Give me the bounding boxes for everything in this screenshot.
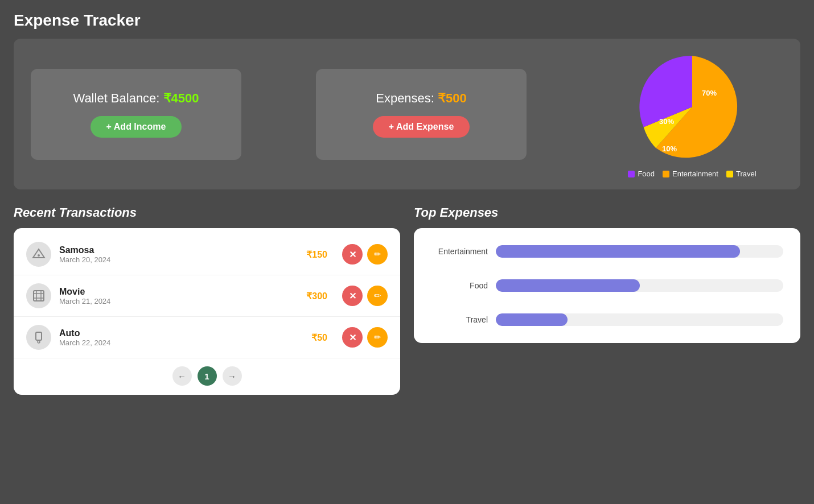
summary-panel: Wallet Balance: ₹4500 + Add Income Expen… [14, 39, 800, 189]
txn-date-samosa: March 20, 2024 [59, 255, 298, 264]
bar-label-travel: Travel [431, 315, 488, 324]
wallet-amount: ₹4500 [163, 91, 199, 105]
pie-label-food: 30% [659, 117, 674, 126]
txn-actions-samosa: ✕ ✏ [342, 244, 388, 265]
bottom-row: Recent Transactions Samosa March 20, 202… [14, 205, 800, 395]
legend-dot-entertainment [663, 171, 669, 177]
legend-item-travel: Travel [726, 170, 757, 178]
bar-fill-food [496, 279, 640, 292]
next-page-button[interactable]: → [223, 366, 242, 386]
transaction-item: Movie March 21, 2024 ₹300 ✕ ✏ [14, 275, 400, 317]
add-expense-button[interactable]: + Add Expense [373, 116, 470, 138]
prev-page-button[interactable]: ← [172, 366, 192, 386]
delete-auto-button[interactable]: ✕ [342, 327, 363, 348]
legend-dot-food [628, 171, 635, 177]
transaction-item: Auto March 22, 2024 ₹50 ✕ ✏ [14, 317, 400, 358]
wallet-label-text: Wallet Balance: [73, 91, 163, 105]
delete-samosa-button[interactable]: ✕ [342, 244, 363, 265]
bar-label-entertainment: Entertainment [431, 247, 488, 256]
txn-info-auto: Auto March 22, 2024 [59, 328, 303, 347]
legend-item-food: Food [628, 170, 655, 178]
current-page-button[interactable]: 1 [198, 366, 217, 386]
bar-track-entertainment [496, 245, 783, 258]
wallet-balance-card: Wallet Balance: ₹4500 + Add Income [31, 69, 241, 160]
expense-label-text: Expenses: [376, 91, 438, 105]
txn-amount-auto: ₹50 [311, 332, 327, 343]
txn-name-movie: Movie [59, 287, 298, 297]
txn-name-samosa: Samosa [59, 245, 298, 255]
legend-label-food: Food [638, 170, 655, 178]
pie-legend: Food Entertainment Travel [628, 170, 756, 178]
edit-samosa-button[interactable]: ✏ [367, 244, 388, 265]
txn-icon-auto [26, 325, 51, 350]
pie-chart: 70% 10% 30% [635, 50, 749, 164]
bar-label-food: Food [431, 281, 488, 290]
txn-actions-movie: ✕ ✏ [342, 286, 388, 306]
page-title: Expense Tracker [14, 11, 800, 30]
legend-item-entertainment: Entertainment [663, 170, 718, 178]
txn-amount-movie: ₹300 [306, 291, 327, 301]
transaction-item: Samosa March 20, 2024 ₹150 ✕ ✏ [14, 234, 400, 275]
transactions-card: Samosa March 20, 2024 ₹150 ✕ ✏ [14, 228, 400, 395]
txn-date-auto: March 22, 2024 [59, 338, 303, 347]
expense-amount: ₹500 [438, 91, 467, 105]
bar-row-food: Food [431, 279, 783, 292]
bar-fill-entertainment [496, 245, 740, 258]
top-expenses-title: Top Expenses [414, 205, 800, 220]
txn-info-samosa: Samosa March 20, 2024 [59, 245, 298, 264]
svg-rect-2 [34, 291, 44, 301]
txn-info-movie: Movie March 21, 2024 [59, 287, 298, 305]
edit-movie-button[interactable]: ✏ [367, 286, 388, 306]
svg-point-1 [38, 254, 40, 257]
pie-chart-area: 70% 10% 30% Food Entertainment Travel [601, 50, 783, 178]
transactions-column: Recent Transactions Samosa March 20, 202… [14, 205, 400, 395]
edit-auto-button[interactable]: ✏ [367, 327, 388, 348]
txn-icon-movie [26, 283, 51, 308]
bar-track-food [496, 279, 783, 292]
bar-row-entertainment: Entertainment [431, 245, 783, 258]
bar-fill-travel [496, 313, 568, 326]
svg-rect-3 [36, 332, 42, 340]
top-expenses-card: Entertainment Food Travel [414, 228, 800, 343]
pagination: ← 1 → [14, 358, 400, 389]
svg-point-4 [38, 341, 40, 343]
expense-card: Expenses: ₹500 + Add Expense [316, 69, 527, 160]
pie-label-travel: 10% [662, 144, 677, 153]
pie-label-entertainment: 70% [702, 89, 717, 97]
delete-movie-button[interactable]: ✕ [342, 286, 363, 306]
legend-label-entertainment: Entertainment [672, 170, 718, 178]
bar-track-travel [496, 313, 783, 326]
expense-label: Expenses: ₹500 [376, 91, 467, 106]
transactions-title: Recent Transactions [14, 205, 400, 220]
txn-name-auto: Auto [59, 328, 303, 338]
wallet-balance-label: Wallet Balance: ₹4500 [73, 91, 199, 106]
top-expenses-column: Top Expenses Entertainment Food [414, 205, 800, 395]
txn-icon-samosa [26, 242, 51, 267]
bar-row-travel: Travel [431, 313, 783, 326]
txn-amount-samosa: ₹150 [306, 249, 327, 260]
txn-actions-auto: ✕ ✏ [342, 327, 388, 348]
txn-date-movie: March 21, 2024 [59, 297, 298, 305]
legend-label-travel: Travel [736, 170, 757, 178]
legend-dot-travel [726, 171, 733, 177]
bar-chart-area: Entertainment Food Travel [414, 234, 800, 337]
add-income-button[interactable]: + Add Income [91, 116, 182, 138]
